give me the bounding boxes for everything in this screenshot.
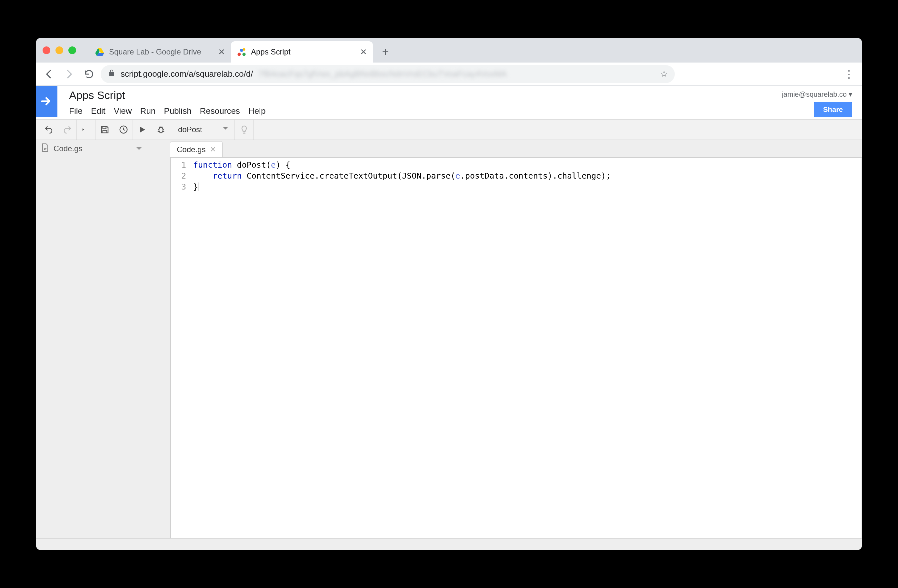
selected-function: doPost bbox=[178, 125, 202, 134]
menu-file[interactable]: File bbox=[69, 106, 83, 116]
account-email[interactable]: jamie@squarelab.co ▾ bbox=[782, 90, 852, 99]
app-title: Apps Script bbox=[69, 89, 266, 101]
svg-point-8 bbox=[159, 127, 163, 133]
file-sidebar: Code.gs bbox=[36, 140, 147, 538]
svg-point-6 bbox=[243, 48, 246, 51]
apps-script-app: Apps Script File Edit View Run Publish R… bbox=[36, 86, 862, 550]
browser-menu-button[interactable]: ⋮ bbox=[841, 66, 857, 83]
svg-point-4 bbox=[240, 49, 243, 52]
app-header: Apps Script File Edit View Run Publish R… bbox=[36, 86, 862, 119]
bookmark-star-icon[interactable]: ☆ bbox=[660, 69, 668, 79]
close-icon[interactable]: ✕ bbox=[360, 47, 367, 57]
address-bar: script.google.com/a/squarelab.co/d/ 7fB4… bbox=[36, 63, 862, 86]
editor: Code.gs ✕ 123 function doPost(e) { retur… bbox=[170, 140, 862, 538]
window-zoom-button[interactable] bbox=[68, 46, 76, 54]
menu-run[interactable]: Run bbox=[140, 106, 156, 116]
url-host: script.google.com/a/squarelab.co/d/ bbox=[121, 69, 253, 79]
new-tab-button[interactable]: + bbox=[377, 43, 394, 61]
header-body: Apps Script File Edit View Run Publish R… bbox=[57, 86, 266, 116]
browser-tab-drive[interactable]: Square Lab - Google Drive ✕ bbox=[89, 41, 231, 63]
window-minimize-button[interactable] bbox=[55, 46, 63, 54]
url-path-redacted: 7fB4oacFqs7gfVwx_pbAgBNxBbscNdnVrsECbuTV… bbox=[258, 69, 507, 79]
menu-help[interactable]: Help bbox=[248, 106, 266, 116]
brand-logo[interactable] bbox=[36, 86, 57, 117]
svg-point-3 bbox=[238, 53, 241, 56]
close-icon[interactable]: ✕ bbox=[218, 47, 225, 57]
browser-tab-appsscript[interactable]: Apps Script ✕ bbox=[231, 41, 373, 63]
appsscript-icon bbox=[237, 47, 246, 57]
sidebar-file-code-gs[interactable]: Code.gs bbox=[36, 140, 147, 157]
menu-resources[interactable]: Resources bbox=[200, 106, 240, 116]
lightbulb-button[interactable] bbox=[235, 120, 254, 140]
chevron-down-icon[interactable] bbox=[137, 147, 141, 152]
menu-publish[interactable]: Publish bbox=[164, 106, 191, 116]
workspace: Code.gs Code.gs ✕ 123 function doPost(e)… bbox=[36, 140, 862, 538]
code-area[interactable]: 123 function doPost(e) { return ContentS… bbox=[170, 157, 862, 538]
toolbar: doPost bbox=[36, 119, 862, 140]
forward-button[interactable] bbox=[61, 66, 77, 83]
window-controls bbox=[43, 38, 89, 63]
menu-view[interactable]: View bbox=[114, 106, 132, 116]
chevron-down-icon: ▾ bbox=[847, 90, 852, 98]
menu-edit[interactable]: Edit bbox=[91, 106, 106, 116]
drive-icon bbox=[95, 47, 105, 57]
reload-button[interactable] bbox=[81, 66, 97, 83]
editor-tab-bar: Code.gs ✕ bbox=[170, 140, 862, 157]
editor-tab-label: Code.gs bbox=[177, 145, 206, 154]
share-button[interactable]: Share bbox=[814, 102, 852, 117]
code-body[interactable]: function doPost(e) { return ContentServi… bbox=[190, 158, 610, 538]
tab-strip: Square Lab - Google Drive ✕ Apps Script … bbox=[36, 38, 862, 63]
triggers-button[interactable] bbox=[114, 120, 133, 140]
indent-button[interactable] bbox=[77, 120, 95, 140]
close-icon[interactable]: ✕ bbox=[210, 145, 216, 154]
line-numbers: 123 bbox=[171, 158, 190, 538]
chevron-down-icon bbox=[223, 127, 228, 132]
status-bar bbox=[36, 538, 862, 550]
header-right: jamie@squarelab.co ▾ Share bbox=[782, 86, 862, 117]
function-selector[interactable]: doPost bbox=[170, 120, 235, 140]
back-button[interactable] bbox=[41, 66, 57, 83]
editor-tab-code-gs[interactable]: Code.gs ✕ bbox=[170, 141, 223, 157]
debug-button[interactable] bbox=[152, 120, 170, 140]
file-icon bbox=[41, 143, 49, 154]
lock-icon bbox=[108, 69, 115, 79]
save-button[interactable] bbox=[95, 120, 114, 140]
browser-tab-title: Apps Script bbox=[251, 48, 291, 57]
browser-tab-title: Square Lab - Google Drive bbox=[109, 48, 201, 57]
gutter-spacer bbox=[147, 140, 170, 538]
redo-button[interactable] bbox=[58, 120, 77, 140]
undo-button[interactable] bbox=[39, 120, 58, 140]
file-name: Code.gs bbox=[54, 144, 82, 153]
svg-point-5 bbox=[243, 53, 246, 56]
window-close-button[interactable] bbox=[43, 46, 50, 54]
omnibox[interactable]: script.google.com/a/squarelab.co/d/ 7fB4… bbox=[101, 65, 675, 83]
run-button[interactable] bbox=[133, 120, 152, 140]
menu-bar: File Edit View Run Publish Resources Hel… bbox=[69, 106, 266, 116]
browser-window: Square Lab - Google Drive ✕ Apps Script … bbox=[36, 38, 862, 550]
